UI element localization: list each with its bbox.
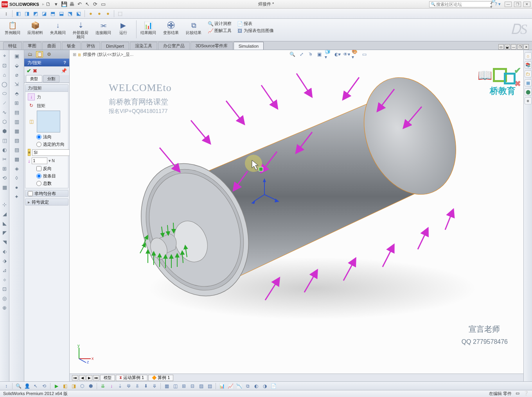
shaded-2-icon[interactable]: ● xyxy=(95,10,103,18)
btool-icon[interactable]: ◧ xyxy=(61,383,69,390)
btool-icon[interactable]: ⤋ xyxy=(151,383,158,390)
vtool-icon[interactable]: ◊ xyxy=(11,174,23,181)
top-view-icon[interactable]: ◪ xyxy=(40,10,48,18)
file-explorer-icon[interactable]: 🗀 xyxy=(525,70,532,77)
vtool-icon[interactable]: ◤ xyxy=(1,229,8,236)
vtool-icon[interactable]: ⟋ xyxy=(1,99,8,106)
open-icon[interactable]: ▾ xyxy=(52,0,60,8)
per-item-radio[interactable]: 按条目 xyxy=(28,173,66,179)
report-button[interactable]: 📄报表 xyxy=(236,20,275,27)
tab-surface[interactable]: 曲面 xyxy=(42,42,61,50)
doc-restore-icon[interactable]: ❐ xyxy=(517,44,523,50)
status-icon-1[interactable]: ▭ xyxy=(516,391,519,397)
hidden-icon[interactable]: ⬚ xyxy=(116,10,124,18)
btool-icon[interactable]: ↖ xyxy=(32,383,40,390)
vtool-icon[interactable]: ⌖ xyxy=(1,52,8,59)
close-button[interactable]: ✕ xyxy=(523,2,530,7)
run-button[interactable]: ▶运行 xyxy=(117,20,130,35)
iso-view-icon[interactable]: ◧ xyxy=(14,10,22,18)
btool-icon[interactable]: ▤ xyxy=(206,383,214,390)
vtool-icon[interactable]: ⊞ xyxy=(1,165,8,172)
vtool-icon[interactable]: ▩ xyxy=(11,156,23,163)
btool-icon[interactable]: ⇣ xyxy=(116,383,124,390)
print-icon[interactable]: 🖶 xyxy=(68,0,76,8)
tab-render[interactable]: 渲染工具 xyxy=(130,42,157,50)
vtool-icon[interactable]: ⬗ xyxy=(1,257,8,264)
vtool-icon[interactable]: ⟲ xyxy=(1,174,8,181)
pm-tab-type[interactable]: 类型 xyxy=(26,75,42,82)
btool-icon[interactable]: 📈 xyxy=(226,383,234,390)
section-nonuniform[interactable]: 非均匀分布 xyxy=(25,190,68,197)
vtool-icon[interactable]: ⊿ xyxy=(1,266,8,274)
tab-nav-last-icon[interactable]: ⏭ xyxy=(93,375,99,381)
btool-icon[interactable]: ▦ xyxy=(163,383,171,390)
viewport-single-icon[interactable]: ▭ xyxy=(498,44,504,50)
tab-nav-next-icon[interactable]: ▶ xyxy=(86,375,92,381)
force-value-input[interactable] xyxy=(32,157,47,164)
design-insight-button[interactable]: 🔍设计洞察 xyxy=(207,20,232,27)
view-palette-icon[interactable]: ▦ xyxy=(525,79,532,86)
load-advisor-button[interactable]: ⇣外部载荷顾问 xyxy=(71,20,90,39)
reverse-checkbox[interactable]: 反向 xyxy=(28,166,66,172)
tab-nav-prev-icon[interactable]: ◀ xyxy=(79,375,85,381)
vtool-icon[interactable]: ⌂ xyxy=(1,71,8,78)
minimize-button[interactable]: — xyxy=(505,2,512,7)
btool-icon[interactable]: ▨ xyxy=(197,383,205,390)
fixture-advisor-button[interactable]: ↓夹具顾问 xyxy=(49,20,67,35)
btool-icon[interactable]: 📊 xyxy=(218,383,226,390)
btool-icon[interactable]: 📄 xyxy=(270,383,277,390)
section-symbol[interactable]: ▸符号设定 xyxy=(25,198,68,206)
undo-icon[interactable]: ↶ xyxy=(76,0,84,8)
view-7-icon[interactable]: ⬔ xyxy=(66,10,74,18)
vtool-icon[interactable]: ⊹ xyxy=(1,201,8,208)
btool-icon[interactable]: 🔍 xyxy=(14,383,22,390)
btool-icon[interactable]: ▶ xyxy=(52,383,60,390)
vtool-icon[interactable]: ▨ xyxy=(11,146,23,153)
section-force-torque[interactable]: 力/扭矩 xyxy=(25,85,68,92)
vtool-icon[interactable]: ▣ xyxy=(11,52,23,59)
search-box[interactable]: 🔍 🔎▾ xyxy=(429,1,492,7)
btool-icon[interactable]: ◨ xyxy=(70,383,77,390)
view-5-icon[interactable]: ⬒ xyxy=(49,10,57,18)
selection-icon[interactable]: ◫ xyxy=(28,118,35,125)
tab-dimxpert[interactable]: DimXpert xyxy=(101,42,129,50)
save-icon[interactable]: 💾 xyxy=(60,0,68,8)
total-radio[interactable]: 总数 xyxy=(28,181,66,186)
options-icon[interactable]: ▭ xyxy=(99,0,107,8)
custom-props-icon[interactable]: ≡ xyxy=(525,97,532,104)
option-force[interactable]: ↓力 xyxy=(28,93,66,100)
vtool-icon[interactable]: ⊕ xyxy=(1,304,8,311)
btool-icon[interactable]: ⊟ xyxy=(189,383,196,390)
compare-results-button[interactable]: ⧉比较结果 xyxy=(184,20,203,35)
vtool-icon[interactable]: ▥ xyxy=(11,118,23,125)
tab-3dsource[interactable]: 3DSource零件库 xyxy=(191,42,233,50)
vtool-icon[interactable]: ▤ xyxy=(11,109,23,116)
btool-icon[interactable]: ⟲ xyxy=(40,383,48,390)
new-file-icon[interactable]: 🗋 xyxy=(45,0,52,8)
study-advisor-button[interactable]: 📋算例顾问 xyxy=(3,20,22,35)
btool-icon[interactable]: ↓ xyxy=(108,383,115,390)
btool-icon[interactable]: 👤 xyxy=(23,383,31,390)
vtool-icon[interactable]: ⬘ xyxy=(11,90,23,97)
vtool-icon[interactable]: ⬡ xyxy=(1,118,8,125)
right-view-icon[interactable]: ◩ xyxy=(32,10,40,18)
doc-close-icon[interactable]: ✕ xyxy=(523,44,529,50)
vtool-icon[interactable]: ⬙ xyxy=(11,62,23,69)
appearances-icon[interactable]: ⬤ xyxy=(525,88,532,95)
vtool-icon[interactable]: ⬢ xyxy=(1,127,8,134)
vtool-icon[interactable]: ⊞ xyxy=(11,99,23,106)
view-8-icon[interactable]: ⬕ xyxy=(75,10,83,18)
tab-simulation[interactable]: Simulation xyxy=(234,42,264,50)
btool-icon[interactable]: ⊞ xyxy=(180,383,188,390)
btool-icon[interactable]: ◫ xyxy=(171,383,179,390)
tab-nav-first-icon[interactable]: ⏮ xyxy=(72,375,78,381)
vtool-icon[interactable]: ◎ xyxy=(1,295,8,302)
status-icon-2[interactable]: ❔ xyxy=(523,391,529,397)
pm-tab-split[interactable]: 分割 xyxy=(43,75,59,82)
vtool-icon[interactable]: ⌀ xyxy=(11,71,23,78)
search-input[interactable] xyxy=(436,2,490,7)
plot-tools-button[interactable]: 📈图解工具 xyxy=(207,27,232,34)
ok-button[interactable]: ✔ xyxy=(27,68,31,74)
front-view-icon[interactable]: ◨ xyxy=(23,10,31,18)
rebuild-icon[interactable]: ⟳ xyxy=(92,0,99,8)
